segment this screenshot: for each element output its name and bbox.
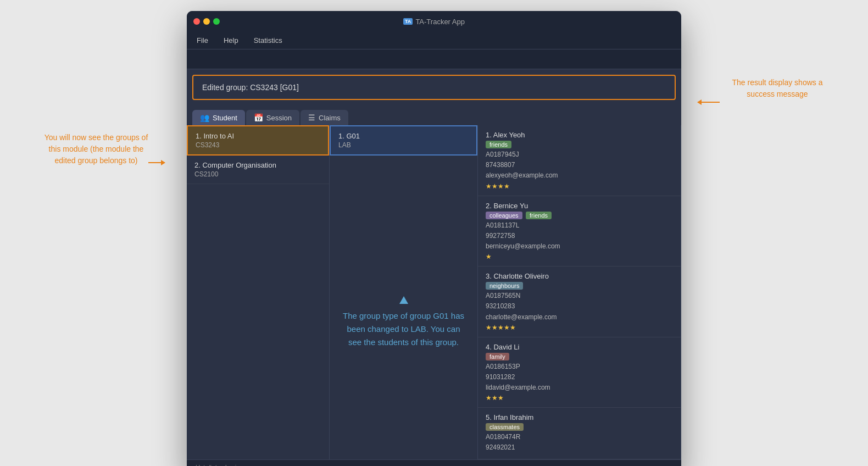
tab-session[interactable]: 📅 Session [246,110,299,125]
student-item-2[interactable]: 2. Bernice Yu colleagues friends A018113… [478,196,681,267]
success-banner: Edited group: CS3243 [G01] [192,75,676,100]
student-tab-icon: 👥 [200,113,209,122]
group-annotation-area: The group type of group G01 has been cha… [330,156,477,459]
app-icon: TA [403,18,413,25]
menu-statistics[interactable]: Statistics [251,35,286,46]
student-item-5[interactable]: 5. Irfan Ibrahim classmates A0180474R 92… [478,408,681,459]
tab-student[interactable]: 👥 Student [192,110,245,125]
badge-friends-2: friends [526,212,552,219]
badge-family-4: family [486,353,509,360]
status-bar: ./data/tatracker.json [187,459,681,466]
badge-colleagues-2: colleagues [486,212,522,219]
group-item-1[interactable]: 1. G01 LAB [330,125,477,156]
tabs-bar: 👥 Student 📅 Session ☰ Claims [187,106,681,125]
menu-file[interactable]: File [193,35,212,46]
app-window: TA TA-Tracker App File Help Statistics E… [187,11,681,466]
tab-claims[interactable]: ☰ Claims [301,110,348,125]
traffic-lights [193,18,220,25]
success-message: Edited group: CS3243 [G01] [202,83,299,92]
minimize-button[interactable] [203,18,210,25]
menu-bar: File Help Statistics [187,32,681,49]
student-item-1[interactable]: 1. Alex Yeoh friends A0187945J 87438807 … [478,125,681,196]
badge-friends-1: friends [486,141,511,148]
badge-neighbours-3: neighbours [486,282,523,290]
window-title: TA TA-Tracker App [403,18,465,26]
module-item-1[interactable]: 1. Intro to AI CS3243 [187,125,329,156]
left-annotation: You will now see the groups of this modu… [44,132,148,167]
groups-panel: 1. G01 LAB The group type of group G01 h… [330,125,478,459]
close-button[interactable] [193,18,200,25]
modules-panel: 1. Intro to AI CS3243 2. Computer Organi… [187,125,330,459]
maximize-button[interactable] [213,18,220,25]
student-item-3[interactable]: 3. Charlotte Oliveiro neighbours A018756… [478,267,681,337]
arrow-up-icon [399,296,408,304]
claims-tab-icon: ☰ [308,113,315,122]
right-arrow-icon [698,102,720,103]
menu-help[interactable]: Help [220,35,242,46]
right-annotation: The result display shows a success messa… [720,77,835,100]
content-area: 1. Intro to AI CS3243 2. Computer Organi… [187,125,681,459]
students-panel: 1. Alex Yeoh friends A0187945J 87438807 … [478,125,681,459]
left-arrow-icon [148,162,165,163]
badge-classmates-5: classmates [486,423,524,431]
outer-wrapper: You will now see the groups of this modu… [159,11,709,466]
toolbar [187,49,681,69]
title-bar: TA TA-Tracker App [187,11,681,32]
student-item-4[interactable]: 4. David Li family A0186153P 91031282 li… [478,337,681,408]
status-path: ./data/tatracker.json [193,464,246,466]
module-item-2[interactable]: 2. Computer Organisation CS2100 [187,156,329,184]
session-tab-icon: 📅 [254,113,263,122]
